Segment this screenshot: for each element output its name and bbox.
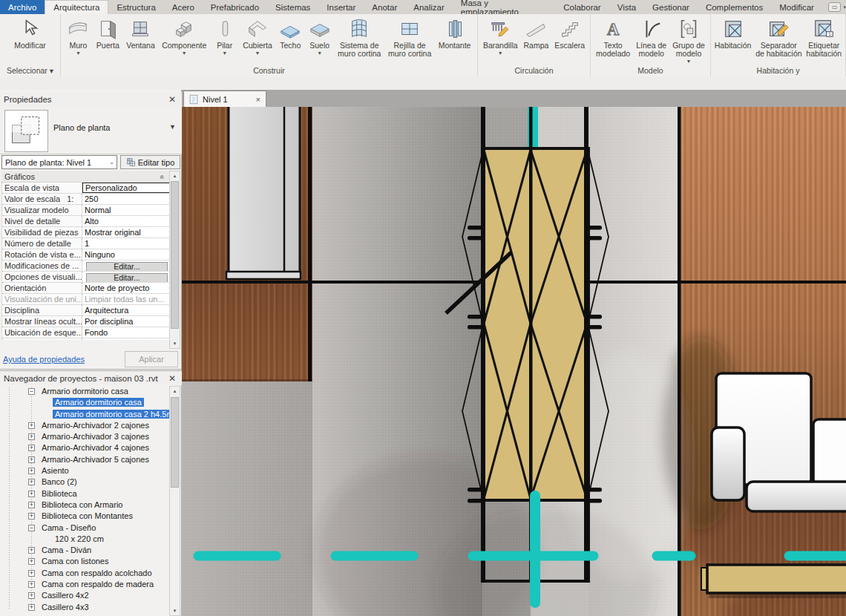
collapse-icon[interactable]: − bbox=[28, 525, 35, 531]
tree-item-label[interactable]: Banco (2) bbox=[39, 477, 79, 486]
curtain-grid-button[interactable]: Rejilla de muro cortina bbox=[387, 16, 432, 59]
menu-tab-acero[interactable]: Acero bbox=[164, 0, 203, 14]
tree-item-label[interactable]: Biblioteca con Armario bbox=[39, 500, 125, 509]
property-value[interactable]: Editar... bbox=[82, 261, 170, 271]
menu-tab-modificar[interactable]: Modificar bbox=[771, 0, 822, 14]
tree-item-armario-archivador-5-cajones[interactable]: +Armario-Archivador 5 cajones bbox=[0, 454, 169, 465]
scrollbar-thumb[interactable] bbox=[171, 181, 179, 329]
expand-icon[interactable]: + bbox=[28, 513, 35, 520]
expand-icon[interactable]: + bbox=[28, 422, 35, 429]
tree-item-cama-diseno[interactable]: −Cama - Diseño bbox=[0, 522, 169, 534]
property-value[interactable]: Normal bbox=[82, 205, 170, 215]
edit-type-button[interactable]: Editar tipo bbox=[120, 155, 180, 169]
tree-item-cama-con-listones[interactable]: +Cama con listones bbox=[0, 556, 169, 567]
tree-item-label[interactable]: Armario dormitorio casa 2 h4.5m bbox=[53, 410, 169, 419]
tree-item-label[interactable]: Cama con respaldo acolchado bbox=[39, 569, 154, 577]
tree-item-biblioteca-con-armario[interactable]: +Biblioteca con Armario bbox=[0, 499, 169, 511]
tree-item-label[interactable]: Armario-Archivador 4 cajones bbox=[39, 443, 151, 452]
scroll-up-icon[interactable]: ▲ bbox=[170, 171, 180, 180]
expand-icon[interactable]: + bbox=[28, 604, 35, 611]
scroll-down-icon[interactable]: ▼ bbox=[170, 339, 180, 348]
tree-item-armario-archivador-3-cajones[interactable]: +Armario-Archivador 3 cajones bbox=[0, 431, 169, 442]
stair-button[interactable]: Escalera bbox=[554, 16, 586, 50]
browser-scrollbar[interactable]: ▲ ▼ bbox=[169, 386, 180, 616]
menu-tab-gestionar[interactable]: Gestionar bbox=[644, 0, 698, 14]
curtain-system-button[interactable]: Sistema de muro cortina bbox=[337, 16, 381, 59]
window-button[interactable]: Ventana bbox=[125, 16, 156, 50]
expand-icon[interactable]: + bbox=[28, 592, 35, 599]
tree-item-casillero-4x2[interactable]: +Casillero 4x2 bbox=[0, 590, 169, 601]
model-line-button[interactable]: Línea de modelo bbox=[635, 16, 667, 59]
expand-icon[interactable]: + bbox=[28, 502, 35, 508]
tree-item-label[interactable]: Armario-Archivador 2 cajones bbox=[39, 421, 151, 430]
tree-item-label[interactable]: Armario-Archivador 3 cajones bbox=[39, 432, 151, 441]
property-value[interactable] bbox=[82, 338, 170, 340]
ramp-button[interactable]: Rampa bbox=[522, 16, 549, 50]
model-group-button[interactable]: Grupo de modelo▼ bbox=[672, 16, 706, 65]
property-value[interactable]: 1 bbox=[82, 238, 170, 249]
model-text-button[interactable]: ATexto modelado bbox=[595, 16, 631, 59]
tree-item-label[interactable]: Cama - Diván bbox=[39, 545, 94, 554]
floor-button[interactable]: Suelo▼ bbox=[308, 16, 332, 56]
tag-room-button[interactable]: 1Etiquetar habitación bbox=[805, 16, 842, 59]
menu-tab-complementos[interactable]: Complementos bbox=[698, 0, 771, 14]
menu-tab-arquitectura[interactable]: Arquitectura bbox=[45, 0, 108, 14]
property-value[interactable]: Por disciplina bbox=[82, 316, 170, 327]
scrollbar-thumb[interactable] bbox=[171, 397, 179, 488]
menu-tab-vista[interactable]: Vista bbox=[609, 0, 644, 14]
graphics-section-header[interactable]: Gráficos « bbox=[1, 171, 169, 183]
tree-item-casillero-4x3[interactable]: +Casillero 4x3 bbox=[0, 602, 169, 613]
property-value[interactable]: Mostrar original bbox=[82, 227, 170, 237]
menu-tab-estructura[interactable]: Estructura bbox=[108, 0, 163, 14]
type-selector[interactable]: Plano de planta ▼ bbox=[0, 107, 182, 154]
menu-tab-prefabricado[interactable]: Prefabricado bbox=[203, 0, 267, 14]
tree-item-label[interactable]: Armario dormitorio casa bbox=[53, 398, 144, 407]
expand-icon[interactable]: + bbox=[28, 491, 35, 497]
tree-item-banco-2[interactable]: +Banco (2) bbox=[0, 476, 169, 488]
close-icon[interactable]: × bbox=[256, 95, 260, 104]
collapse-section-icon[interactable]: « bbox=[159, 175, 167, 180]
menu-tab-archivo[interactable]: Archivo bbox=[0, 0, 45, 14]
wall-button[interactable]: Muro▼ bbox=[66, 16, 90, 56]
menu-tab-colaborar[interactable]: Colaborar bbox=[555, 0, 609, 14]
roof-button[interactable]: Cubierta▼ bbox=[242, 16, 273, 56]
apply-button[interactable]: Aplicar bbox=[125, 351, 178, 367]
expand-icon[interactable]: + bbox=[28, 479, 35, 485]
railing-button[interactable]: Barandilla▼ bbox=[482, 16, 519, 56]
tree-item-biblioteca-con-montantes[interactable]: +Biblioteca con Montantes bbox=[0, 511, 169, 522]
tree-item-cama-con-respaldo-acolchado[interactable]: +Cama con respaldo acolchado bbox=[0, 568, 169, 579]
ceiling-button[interactable]: Techo bbox=[278, 16, 302, 50]
properties-scrollbar[interactable]: ▲ ▼ bbox=[169, 171, 180, 349]
chevron-down-icon[interactable]: ▼ bbox=[686, 59, 692, 64]
chevron-down-icon[interactable]: ▼ bbox=[169, 123, 176, 131]
expand-icon[interactable]: + bbox=[28, 468, 35, 474]
tree-item-label[interactable]: Casillero 4x3 bbox=[39, 603, 91, 612]
expand-icon[interactable]: + bbox=[28, 581, 35, 588]
tree-item-armario-dormitorio-casa[interactable]: −Armario dormitorio casa bbox=[0, 386, 169, 397]
property-value[interactable]: Fondo bbox=[82, 327, 170, 338]
chevron-down-icon[interactable]: ▼ bbox=[76, 50, 81, 56]
tree-item-label[interactable]: 120 x 220 cm bbox=[53, 534, 106, 543]
expand-icon[interactable]: + bbox=[28, 445, 35, 451]
view-tab-nivel-1[interactable]: Nivel 1 × bbox=[183, 91, 266, 107]
property-value[interactable]: 250 bbox=[82, 194, 170, 204]
column-button[interactable]: Pilar▼ bbox=[213, 16, 237, 56]
properties-help-link[interactable]: Ayuda de propiedades bbox=[3, 355, 85, 364]
property-value[interactable]: Arquitectura bbox=[82, 305, 170, 315]
editar-button[interactable]: Editar... bbox=[86, 262, 168, 271]
wall-edge-line[interactable] bbox=[308, 107, 312, 381]
tree-item-120-x-220-cm[interactable]: 120 x 220 cm bbox=[0, 534, 169, 545]
chevron-down-icon[interactable]: ▼ bbox=[222, 50, 227, 56]
chevron-down-icon[interactable]: ▼ bbox=[317, 50, 322, 56]
expand-icon[interactable]: + bbox=[28, 547, 35, 554]
tree-item-cama-divan[interactable]: +Cama - Diván bbox=[0, 545, 169, 556]
tree-item-label[interactable]: Asiento bbox=[39, 466, 71, 475]
door-button[interactable]: Puerta bbox=[96, 16, 120, 50]
tree-item-label[interactable]: Biblioteca bbox=[39, 489, 79, 498]
floor-plan-canvas[interactable] bbox=[182, 107, 846, 616]
tree-item-label[interactable]: Cama - Diseño bbox=[39, 523, 98, 532]
expand-icon[interactable]: + bbox=[28, 456, 35, 463]
close-icon[interactable]: ✕ bbox=[168, 94, 176, 105]
tree-item-armario-archivador-4-cajones[interactable]: +Armario-Archivador 4 cajones bbox=[0, 442, 169, 453]
property-value[interactable]: Ninguno bbox=[82, 249, 170, 260]
